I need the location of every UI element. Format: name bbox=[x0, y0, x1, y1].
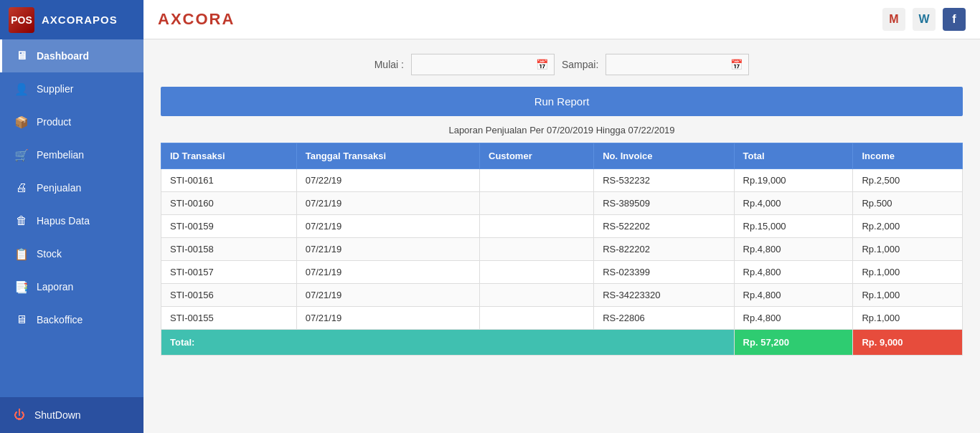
table-row: STI-00159 07/21/19 RS-522202 Rp.15,000 R… bbox=[161, 215, 963, 238]
table-row: STI-00156 07/21/19 RS-34223320 Rp.4,800 … bbox=[161, 284, 963, 307]
app-icon: POS bbox=[9, 7, 34, 33]
col-no-invoice: No. Invoice bbox=[594, 143, 734, 169]
gmail-icon[interactable]: M bbox=[882, 8, 905, 31]
cell-customer bbox=[480, 261, 594, 284]
shutdown-icon: ⏻ bbox=[11, 407, 27, 423]
filter-row: Mulai : 📅 Sampai: 📅 bbox=[161, 54, 963, 75]
cell-id: STI-00156 bbox=[161, 284, 297, 307]
sidebar-item-supplier[interactable]: 👤 Supplier bbox=[0, 72, 143, 105]
sampai-label: Sampai: bbox=[562, 59, 598, 70]
cell-id: STI-00155 bbox=[161, 307, 297, 330]
cell-total: Rp.4,800 bbox=[734, 284, 853, 307]
cell-invoice: RS-522202 bbox=[594, 215, 734, 238]
cell-income: Rp.1,000 bbox=[853, 307, 963, 330]
facebook-icon[interactable]: f bbox=[943, 8, 966, 31]
report-table: ID Transaksi Tanggal Transaksi Customer … bbox=[161, 143, 963, 356]
sidebar-label-dashboard: Dashboard bbox=[37, 50, 89, 62]
cell-invoice: RS-023399 bbox=[594, 261, 734, 284]
sidebar-label-backoffice: Backoffice bbox=[37, 314, 83, 325]
app-name: AXCORAPOS bbox=[42, 14, 118, 26]
cell-customer bbox=[480, 284, 594, 307]
cell-id: STI-00158 bbox=[161, 238, 297, 261]
cell-total: Rp.15,000 bbox=[734, 215, 853, 238]
sidebar-label-supplier: Supplier bbox=[37, 83, 73, 95]
cell-total: Rp.4,800 bbox=[734, 261, 853, 284]
cell-tanggal: 07/21/19 bbox=[296, 284, 479, 307]
sidebar-item-laporan[interactable]: 📑 Laporan bbox=[0, 270, 143, 303]
wordpress-icon[interactable]: W bbox=[913, 8, 936, 31]
sidebar-item-backoffice[interactable]: 🖥 Backoffice bbox=[0, 303, 143, 336]
main-area: AXCORA M W f Mulai : 📅 Sampai: 📅 Run Rep… bbox=[143, 0, 980, 433]
mulai-label: Mulai : bbox=[374, 59, 404, 70]
stock-icon: 📋 bbox=[14, 246, 29, 262]
cell-tanggal: 07/21/19 bbox=[296, 307, 479, 330]
cell-invoice: RS-389509 bbox=[594, 192, 734, 215]
topbar-logo: AXCORA bbox=[158, 10, 235, 29]
total-income: Rp. 9,000 bbox=[853, 330, 963, 356]
mulai-input[interactable] bbox=[418, 60, 532, 70]
cell-tanggal: 07/22/19 bbox=[296, 169, 479, 192]
cell-income: Rp.1,000 bbox=[853, 238, 963, 261]
table-row: STI-00160 07/21/19 RS-389509 Rp.4,000 Rp… bbox=[161, 192, 963, 215]
dashboard-icon: 🖥 bbox=[14, 48, 29, 64]
cell-customer bbox=[480, 238, 594, 261]
sidebar-item-product[interactable]: 📦 Product bbox=[0, 105, 143, 138]
cell-id: STI-00157 bbox=[161, 261, 297, 284]
sidebar-item-penjualan[interactable]: 🖨 Penjualan bbox=[0, 171, 143, 204]
cell-id: STI-00161 bbox=[161, 169, 297, 192]
cell-customer bbox=[480, 215, 594, 238]
backoffice-icon: 🖥 bbox=[14, 312, 29, 328]
sidebar-item-stock[interactable]: 📋 Stock bbox=[0, 237, 143, 270]
cell-total: Rp.4,800 bbox=[734, 238, 853, 261]
sampai-input[interactable] bbox=[612, 60, 727, 70]
sidebar: POS AXCORAPOS 🖥 Dashboard 👤 Supplier 📦 P… bbox=[0, 0, 143, 433]
table-row: STI-00161 07/22/19 RS-532232 Rp.19,000 R… bbox=[161, 169, 963, 192]
pembelian-icon: 🛒 bbox=[14, 147, 29, 163]
col-customer: Customer bbox=[480, 143, 594, 169]
total-row: Total: Rp. 57,200 Rp. 9,000 bbox=[161, 330, 963, 356]
supplier-icon: 👤 bbox=[14, 81, 29, 97]
sidebar-label-laporan: Laporan bbox=[37, 281, 73, 292]
cell-total: Rp.4,800 bbox=[734, 307, 853, 330]
cell-customer bbox=[480, 192, 594, 215]
col-total: Total bbox=[734, 143, 853, 169]
sidebar-label-hapus-data: Hapus Data bbox=[37, 215, 90, 227]
sampai-calendar-icon[interactable]: 📅 bbox=[730, 59, 743, 70]
sidebar-label-product: Product bbox=[37, 116, 71, 128]
mulai-input-wrapper: 📅 bbox=[411, 54, 555, 75]
sidebar-item-dashboard[interactable]: 🖥 Dashboard bbox=[0, 39, 143, 72]
cell-income: Rp.1,000 bbox=[853, 261, 963, 284]
cell-total: Rp.19,000 bbox=[734, 169, 853, 192]
cell-id: STI-00160 bbox=[161, 192, 297, 215]
sidebar-label-shutdown: ShutDown bbox=[34, 409, 81, 421]
cell-income: Rp.2,500 bbox=[853, 169, 963, 192]
sidebar-label-pembelian: Pembelian bbox=[37, 149, 84, 161]
sidebar-label-stock: Stock bbox=[37, 248, 62, 260]
cell-invoice: RS-822202 bbox=[594, 238, 734, 261]
cell-tanggal: 07/21/19 bbox=[296, 261, 479, 284]
laporan-icon: 📑 bbox=[14, 279, 29, 295]
content-area: Mulai : 📅 Sampai: 📅 Run Report Laporan P… bbox=[143, 39, 980, 433]
table-row: STI-00158 07/21/19 RS-822202 Rp.4,800 Rp… bbox=[161, 238, 963, 261]
total-label: Total: bbox=[161, 330, 735, 356]
cell-tanggal: 07/21/19 bbox=[296, 238, 479, 261]
run-report-button[interactable]: Run Report bbox=[161, 87, 963, 116]
mulai-calendar-icon[interactable]: 📅 bbox=[536, 59, 548, 70]
cell-customer bbox=[480, 169, 594, 192]
product-icon: 📦 bbox=[14, 114, 29, 130]
cell-income: Rp.500 bbox=[853, 192, 963, 215]
total-amount: Rp. 57,200 bbox=[734, 330, 853, 356]
shutdown-button[interactable]: ⏻ ShutDown bbox=[0, 397, 143, 433]
topbar: AXCORA M W f bbox=[143, 0, 980, 39]
sidebar-logo: POS AXCORAPOS bbox=[0, 0, 143, 39]
table-header-row: ID Transaksi Tanggal Transaksi Customer … bbox=[161, 143, 963, 169]
cell-invoice: RS-532232 bbox=[594, 169, 734, 192]
col-id-transaksi: ID Transaksi bbox=[161, 143, 297, 169]
cell-total: Rp.4,000 bbox=[734, 192, 853, 215]
table-row: STI-00155 07/21/19 RS-22806 Rp.4,800 Rp.… bbox=[161, 307, 963, 330]
sidebar-item-pembelian[interactable]: 🛒 Pembelian bbox=[0, 138, 143, 171]
cell-tanggal: 07/21/19 bbox=[296, 192, 479, 215]
cell-tanggal: 07/21/19 bbox=[296, 215, 479, 238]
cell-customer bbox=[480, 307, 594, 330]
sidebar-item-hapus-data[interactable]: 🗑 Hapus Data bbox=[0, 204, 143, 237]
